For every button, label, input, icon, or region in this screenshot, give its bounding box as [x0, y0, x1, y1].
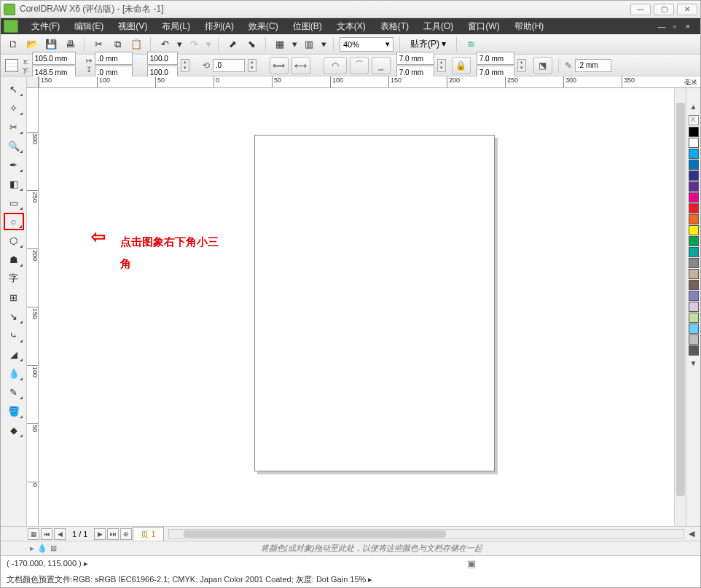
table-tool[interactable]: ⊞ — [4, 289, 24, 306]
scrollbar-horizontal[interactable] — [168, 529, 684, 539]
color-swatch[interactable] — [689, 313, 699, 323]
color-swatch[interactable] — [689, 291, 699, 301]
print-button[interactable]: 🖶 — [62, 36, 78, 52]
ruler-vertical[interactable]: 300250200150100500 — [27, 88, 39, 526]
smart-fill-tool[interactable]: ◧ — [4, 175, 24, 192]
color-swatch[interactable] — [689, 324, 699, 334]
mdi-restore[interactable]: ▫ — [670, 22, 680, 31]
menu-arrange[interactable]: 排列(A) — [197, 18, 241, 34]
ellipse-tool[interactable]: ○ — [4, 213, 24, 230]
color-swatch[interactable] — [689, 192, 699, 203]
page-add-button[interactable]: ⊕ — [120, 528, 132, 540]
pick-tool[interactable]: ↖ — [4, 80, 24, 98]
open-button[interactable]: 📂 — [24, 36, 40, 52]
color-swatch[interactable] — [689, 345, 699, 356]
color-swatch[interactable] — [689, 160, 699, 170]
menu-help[interactable]: 帮助(H) — [507, 18, 552, 34]
page-tab[interactable]: 页 1 — [133, 527, 163, 541]
menu-bitmap[interactable]: 位图(B) — [286, 18, 329, 34]
nudge2a-input[interactable]: 7.0 mm — [477, 52, 514, 65]
redo-dropdown[interactable]: ▾ — [205, 36, 212, 52]
minimize-button[interactable]: — — [630, 4, 651, 15]
rot-spin[interactable]: ▲▼ — [248, 59, 256, 72]
palette-up-icon[interactable]: ▲ — [690, 103, 697, 111]
color-swatch[interactable] — [689, 236, 699, 246]
x-input[interactable]: 105.0 mm — [32, 52, 76, 65]
outline-input[interactable]: .2 mm — [575, 59, 611, 72]
w-input[interactable]: .0 mm — [95, 52, 133, 65]
export-button[interactable]: ⬊ — [243, 36, 259, 52]
connector-tool[interactable]: ⤷ — [4, 326, 24, 344]
welcome-dropdown[interactable]: ▾ — [320, 36, 327, 52]
text-tool[interactable]: 字 — [4, 270, 24, 287]
color-swatch[interactable] — [689, 247, 699, 257]
undo-button[interactable]: ↶ — [157, 36, 173, 52]
snap-select[interactable]: 贴齐(P) ▾ — [406, 37, 450, 52]
nudge2-spin[interactable]: ▲▼ — [517, 59, 526, 72]
menu-layout[interactable]: 布局(L) — [154, 18, 197, 34]
palette-down-icon[interactable]: ▼ — [690, 359, 697, 367]
paste-button[interactable]: 📋 — [128, 36, 144, 52]
mirror-h-button[interactable]: ⟺ — [270, 57, 289, 74]
swatch-none[interactable] — [689, 115, 699, 125]
mdi-close[interactable]: × — [683, 22, 693, 31]
color-swatch[interactable] — [689, 170, 699, 181]
corner-round-button[interactable]: ◠ — [324, 57, 347, 74]
crop-tool[interactable]: ✂ — [4, 118, 24, 136]
freehand-tool[interactable]: ✒ — [4, 156, 24, 173]
app-launcher-button[interactable]: ▦ — [272, 36, 288, 52]
nudge1-spin[interactable]: ▲▼ — [437, 59, 446, 72]
shape-tool[interactable]: ✧ — [4, 99, 24, 117]
interactive-tool[interactable]: ◢ — [4, 345, 24, 363]
color-swatch[interactable] — [689, 127, 699, 137]
color-swatch[interactable] — [689, 225, 699, 235]
welcome-button[interactable]: ▥ — [301, 36, 317, 52]
color-swatch[interactable] — [689, 334, 699, 345]
cut-button[interactable]: ✂ — [90, 36, 106, 52]
menu-text[interactable]: 文本(X) — [329, 18, 373, 34]
scrollbar-vertical[interactable] — [674, 88, 686, 526]
color-swatch[interactable] — [689, 138, 699, 148]
new-button[interactable]: 🗋 — [5, 36, 21, 52]
doc-icon[interactable]: ▦ — [28, 528, 39, 540]
maximize-button[interactable]: ▢ — [654, 4, 674, 15]
redo-button[interactable]: ↷ — [186, 36, 202, 52]
corner-scallop-button[interactable]: ⌒ — [350, 57, 369, 74]
canvas-viewport[interactable]: ⇦ 点击图象右下角小三角 — [39, 88, 674, 526]
palette-dropper-icon[interactable]: 💧 — [37, 544, 47, 553]
basic-shapes-tool[interactable]: ☗ — [4, 251, 24, 268]
relative-corner-button[interactable]: ⬔ — [533, 57, 552, 74]
color-swatch[interactable] — [689, 269, 699, 279]
color-swatch[interactable] — [689, 280, 699, 290]
color-swatch[interactable] — [689, 181, 699, 192]
ruler-horizontal[interactable]: 毫米 15010050050100150200250300350 — [39, 77, 700, 88]
menu-table[interactable]: 表格(T) — [373, 18, 416, 34]
outline-tool[interactable]: ✎ — [4, 383, 24, 401]
mirror-v-button[interactable]: ⟷ — [291, 57, 310, 74]
lock-icon[interactable]: 🔒 — [452, 57, 471, 74]
eyedropper-tool[interactable]: 💧 — [4, 364, 24, 382]
mdi-minimize[interactable]: — — [657, 22, 667, 31]
close-button[interactable]: ✕ — [677, 4, 697, 15]
app-launcher-dropdown[interactable]: ▾ — [291, 36, 298, 52]
fill-indicator-icon[interactable]: ▣ — [467, 558, 476, 569]
fill-tool[interactable]: 🪣 — [4, 402, 24, 420]
menu-file[interactable]: 文件(F) — [24, 18, 67, 34]
undo-dropdown[interactable]: ▾ — [176, 36, 183, 52]
save-button[interactable]: 💾 — [43, 36, 59, 52]
color-swatch[interactable] — [689, 203, 699, 213]
interactive-fill-tool[interactable]: ◆ — [4, 421, 24, 439]
color-swatch[interactable] — [689, 149, 699, 159]
color-swatch[interactable] — [689, 214, 699, 224]
color-swatch[interactable] — [689, 258, 699, 268]
menu-view[interactable]: 视图(V) — [111, 18, 154, 34]
palette-expand-icon[interactable]: ◀ — [689, 529, 694, 538]
page-next-button[interactable]: ▶ — [94, 528, 106, 540]
rectangle-tool[interactable]: ▭ — [4, 194, 24, 211]
page-first-button[interactable]: ⏮ — [41, 528, 52, 540]
nudge1a-input[interactable]: 7.0 mm — [396, 52, 434, 65]
dimension-tool[interactable]: ↘ — [4, 307, 24, 325]
sx-input[interactable]: 100.0 — [147, 52, 178, 65]
color-swatch[interactable] — [689, 302, 699, 312]
ruler-corner[interactable] — [27, 77, 39, 88]
